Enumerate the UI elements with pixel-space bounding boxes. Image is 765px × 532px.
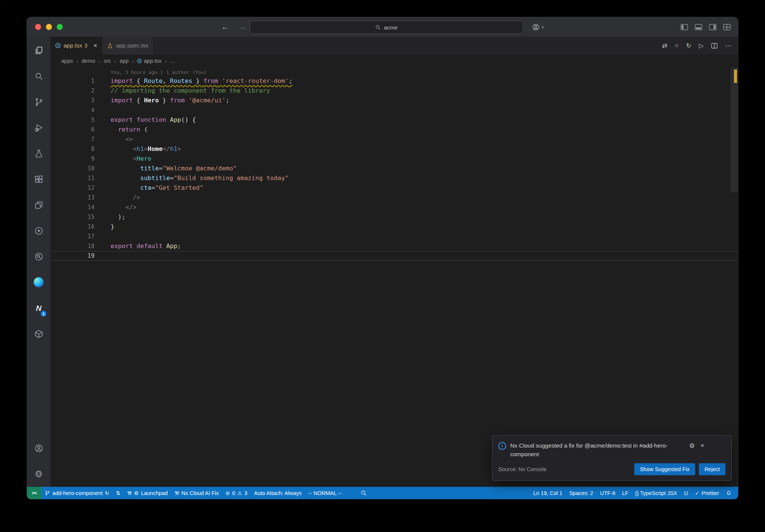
vim-mode-status[interactable]: -- NORMAL --: [305, 487, 345, 499]
back-button[interactable]: ←: [221, 23, 229, 31]
eol-status[interactable]: LF: [619, 487, 632, 499]
git-branch-status[interactable]: add-hero-component ↻: [41, 487, 112, 499]
toggle-panel-icon[interactable]: [695, 24, 702, 30]
breadcrumb-item-src[interactable]: src: [104, 58, 111, 64]
code-line[interactable]: 15 );: [50, 212, 738, 222]
code-line[interactable]: 6 return (: [50, 125, 738, 134]
language-mode-status[interactable]: {} TypeScript JSX: [632, 487, 681, 499]
play-circle-icon: [34, 226, 44, 236]
breadcrumb-item-demo[interactable]: demo: [81, 58, 95, 64]
code-lines: 1import { Route, Routes } from 'react-ro…: [50, 76, 738, 261]
code-line[interactable]: 5export function App() {: [50, 115, 738, 125]
problems-status[interactable]: ⊘ 0 ⚠ 3: [222, 487, 251, 499]
code-line[interactable]: 3import { Hero } from '@acme/ui';: [50, 96, 738, 105]
breadcrumb-item-file[interactable]: app.tsx: [137, 58, 161, 64]
sidebar-item-explorer[interactable]: [27, 37, 50, 63]
sidebar-item-source-control[interactable]: [27, 89, 50, 115]
code-line[interactable]: 16}: [50, 222, 738, 232]
breadcrumb-item-apps[interactable]: apps: [61, 58, 73, 64]
accounts-button[interactable]: [27, 435, 50, 461]
sidebar-item-extensions[interactable]: [27, 166, 50, 192]
account-icon: [532, 23, 540, 31]
wrench-icon: ⚒: [174, 491, 179, 496]
code-text: export default App;: [99, 241, 181, 251]
close-window-button[interactable]: [35, 24, 41, 30]
minimize-window-button[interactable]: [46, 24, 52, 30]
remote-indicator[interactable]: ><: [27, 487, 41, 499]
code-line[interactable]: 19: [50, 251, 738, 261]
sidebar-item-edge-devtools[interactable]: [27, 269, 50, 295]
run-file-icon[interactable]: ▷: [699, 42, 704, 50]
nx-cloud-fix-status[interactable]: ⚒ Nx Cloud AI Fix: [171, 487, 222, 499]
toggle-blame-icon[interactable]: ○: [675, 42, 678, 49]
editor[interactable]: You, 3 hours ago | 1 author (You) 1impor…: [50, 67, 738, 487]
code-line[interactable]: 14 </>: [50, 202, 738, 212]
search-highlight-status[interactable]: [357, 487, 370, 499]
edge-tools-status[interactable]: ⊡: [681, 487, 692, 499]
code-line[interactable]: 12 cta="Get Started": [50, 183, 738, 193]
code-line[interactable]: 4: [50, 105, 738, 115]
breadcrumb-item-app[interactable]: app: [120, 58, 128, 64]
cursor-position-status[interactable]: Ln 19, Col 1: [530, 487, 566, 499]
code-line[interactable]: 9 <Hero: [50, 154, 738, 164]
code-line[interactable]: 13 />: [50, 193, 738, 202]
sidebar-item-nx-console[interactable]: N 1: [27, 295, 50, 321]
code-line[interactable]: 7 <>: [50, 134, 738, 144]
line-number: 1: [50, 76, 99, 86]
more-actions-icon[interactable]: ⋯: [725, 42, 731, 50]
breadcrumb-separator: ›: [114, 58, 116, 64]
codelens-blame[interactable]: You, 3 hours ago | 1 author (You): [99, 69, 207, 76]
customize-layout-icon[interactable]: [723, 24, 731, 30]
code-line[interactable]: 8 <h1>Home</h1>: [50, 144, 738, 154]
line-number: 13: [50, 193, 99, 202]
notifications-status[interactable]: [722, 487, 735, 499]
auto-attach-status[interactable]: Auto Attach: Always: [251, 487, 305, 499]
breadcrumb-separator: ›: [76, 58, 78, 64]
show-suggested-fix-button[interactable]: Show Suggested Fix: [634, 463, 695, 475]
toggle-sidebar-icon[interactable]: [681, 24, 688, 30]
sidebar-item-inspect[interactable]: [27, 244, 50, 269]
tab-app-tsx[interactable]: app.tsx 3 ×: [50, 37, 102, 55]
forward-button[interactable]: →: [238, 23, 247, 31]
sidebar-item-run[interactable]: [27, 218, 50, 244]
zoom-window-button[interactable]: [57, 24, 63, 30]
notification-close-icon[interactable]: ×: [700, 442, 704, 449]
command-center-search[interactable]: acme: [250, 21, 523, 34]
breadcrumb-separator: ›: [132, 58, 134, 64]
notification-settings-icon[interactable]: ⚙: [689, 442, 695, 450]
close-tab-icon[interactable]: ×: [93, 42, 97, 50]
notification-badge: 1: [40, 310, 47, 317]
run-debug-icon: [34, 123, 44, 133]
scrollbar[interactable]: [731, 67, 738, 487]
toggle-secondary-sidebar-icon[interactable]: [709, 24, 716, 30]
code-line[interactable]: 2// importing the component from the lib…: [50, 86, 738, 96]
open-changes-icon[interactable]: ⇄: [662, 42, 667, 50]
formatter-status[interactable]: ✓ Prettier: [692, 487, 722, 499]
breadcrumb-more[interactable]: …: [170, 58, 176, 64]
scrollbar-slider[interactable]: [731, 67, 738, 192]
compare-icon: ⇅: [116, 491, 121, 496]
sidebar-item-search[interactable]: [27, 63, 50, 89]
account-button[interactable]: ∨: [532, 23, 544, 31]
settings-button[interactable]: ⚙: [27, 461, 50, 487]
sidebar-item-run-debug[interactable]: [27, 115, 50, 140]
launchpad-status[interactable]: ⚒ ⚙ Launchpad: [124, 487, 171, 499]
split-editor-icon[interactable]: [711, 43, 718, 49]
code-line[interactable]: 1import { Route, Routes } from 'react-ro…: [50, 76, 738, 86]
sidebar-item-testing[interactable]: [27, 140, 50, 166]
sidebar-item-packages[interactable]: [27, 321, 50, 347]
encoding-status[interactable]: UTF-8: [597, 487, 619, 499]
code-line[interactable]: 17: [50, 232, 738, 241]
package-icon: [34, 329, 44, 339]
code-line[interactable]: 10 title="Welcmoe @acme/demo": [50, 164, 738, 173]
tab-app-spec-tsx[interactable]: app.spec.tsx: [102, 37, 154, 55]
compare-changes-status[interactable]: ⇅: [113, 487, 124, 499]
tools-icon: ⚒: [127, 491, 132, 496]
refresh-icon[interactable]: ↻: [686, 42, 691, 50]
reject-button[interactable]: Reject: [699, 463, 725, 475]
code-line[interactable]: 18export default App;: [50, 241, 738, 251]
sync-changes-icon[interactable]: ↻: [105, 491, 109, 496]
code-line[interactable]: 11 subtitle="Build something amazing tod…: [50, 173, 738, 183]
indentation-status[interactable]: Spaces: 2: [566, 487, 597, 499]
sidebar-item-remote-explorer[interactable]: [27, 192, 50, 218]
